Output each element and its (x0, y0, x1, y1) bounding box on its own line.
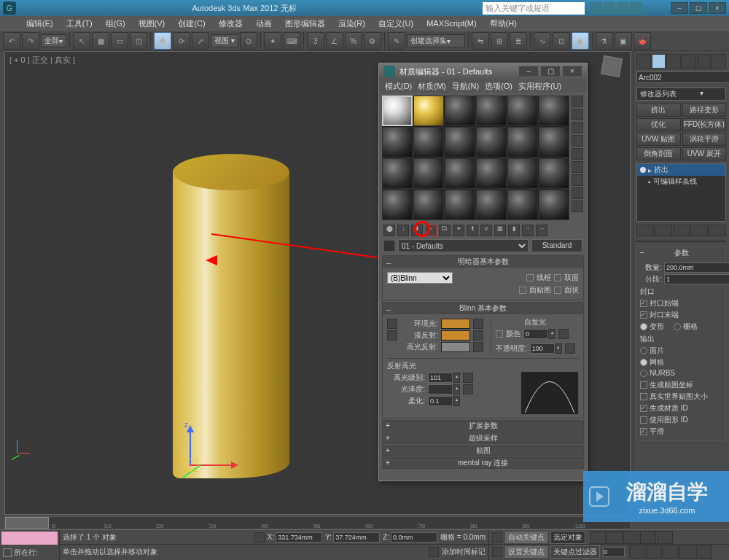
specular-map-button[interactable] (473, 342, 483, 352)
patch-radio[interactable] (640, 347, 647, 354)
select-icon[interactable]: ↖ (73, 32, 90, 50)
spec-level-spinner[interactable]: ▴ (428, 373, 460, 383)
ref-coord-dropdown[interactable]: 视图 ▾ (211, 34, 238, 47)
maximize-button[interactable]: ▢ (690, 2, 707, 14)
sample-type-icon[interactable] (572, 96, 583, 107)
manipulate-icon[interactable]: ✦ (264, 32, 281, 50)
search-input[interactable]: 输入关键字或短语 (483, 2, 585, 15)
sample-slot-2[interactable] (413, 96, 444, 126)
named-selection-icon[interactable]: ✎ (388, 32, 405, 50)
selfillum-spinner[interactable]: ▴ (523, 329, 555, 339)
menu-maxscript[interactable]: MAXScript(M) (422, 18, 480, 29)
sample-slot-4[interactable] (476, 96, 507, 126)
time-slider-handle[interactable] (5, 517, 49, 529)
key-filter-button[interactable]: 关键点过滤器 (550, 545, 600, 559)
background-icon[interactable] (572, 122, 583, 133)
render-frame-icon[interactable]: ▣ (615, 32, 632, 50)
z-coord-input[interactable] (391, 532, 437, 542)
selfillum-color-checkbox[interactable] (496, 330, 503, 338)
sample-slot-16[interactable] (476, 158, 507, 189)
go-forward-icon[interactable]: → (536, 225, 547, 236)
facemap-checkbox[interactable] (519, 287, 526, 294)
backlight-icon[interactable] (572, 109, 583, 120)
cap-end-checkbox[interactable] (640, 311, 647, 319)
supersampling-rollout[interactable]: +超级采样 (382, 432, 584, 444)
selection-lock-icon[interactable] (254, 532, 265, 542)
make-unique-icon[interactable] (673, 225, 690, 236)
sample-slot-17[interactable] (507, 158, 538, 189)
sample-slot-14[interactable] (413, 158, 444, 189)
snap-icon[interactable]: 3 (307, 32, 324, 50)
remove-modifier-icon[interactable] (690, 225, 708, 236)
signin-icon[interactable] (630, 2, 642, 14)
maxscript-listener-icon[interactable] (3, 548, 12, 557)
me-menu-mode[interactable]: 模式(D) (385, 81, 412, 92)
use-shape-id-checkbox[interactable] (640, 416, 647, 424)
selection-set-dropdown[interactable]: 创建选择集 ▾ (407, 34, 465, 47)
nurbs-radio[interactable] (640, 370, 647, 377)
maps-rollout[interactable]: +贴图 (382, 445, 584, 456)
sample-slot-20[interactable] (413, 190, 444, 220)
ffd-button[interactable]: FFD(长方体) (682, 118, 727, 131)
viewport-zoom-icon[interactable] (646, 545, 662, 559)
motion-tab-icon[interactable] (682, 54, 696, 69)
show-map-icon[interactable]: ▦ (494, 225, 506, 236)
angle-snap-icon[interactable]: ∠ (326, 32, 343, 50)
transform-gizmo[interactable]: zy (164, 429, 222, 488)
segs-input[interactable] (664, 274, 729, 284)
morph-radio[interactable] (640, 323, 647, 330)
pin-stack-icon[interactable] (636, 225, 654, 236)
specular-swatch[interactable] (441, 342, 470, 352)
spinner-snap-icon[interactable]: ⚙ (364, 32, 381, 50)
pivot-icon[interactable]: ⊙ (240, 32, 257, 50)
go-parent-icon[interactable]: ↑ (522, 225, 534, 236)
create-tab-icon[interactable] (636, 54, 651, 69)
menu-animation[interactable]: 动画 (252, 17, 276, 31)
blinn-rollout-header[interactable]: –Blinn 基本参数 (383, 303, 583, 314)
ambient-map-button[interactable] (473, 319, 483, 329)
sample-slot-18[interactable] (539, 158, 569, 189)
gen-map-checkbox[interactable] (640, 381, 647, 389)
diffuse-map-button[interactable] (473, 330, 483, 341)
soften-spinner[interactable]: ▴ (428, 396, 460, 406)
isolate-icon[interactable] (429, 547, 439, 557)
real-world-checkbox[interactable] (640, 393, 647, 400)
undo-icon[interactable]: ↶ (3, 32, 20, 50)
render-icon[interactable]: 🫖 (634, 32, 651, 50)
path-deform-button[interactable]: 路径变形 (682, 104, 727, 117)
sample-slot-15[interactable] (445, 158, 475, 189)
layer-icon[interactable]: ≣ (510, 32, 527, 50)
time-slider[interactable]: 0 10 20 30 40 50 60 70 80 90 100 (4, 516, 631, 529)
parameters-header[interactable]: –参数 (637, 247, 725, 259)
menu-create[interactable]: 创建(C) (174, 17, 209, 31)
show-end-icon[interactable]: ▮ (508, 225, 520, 236)
grid-radio[interactable] (674, 323, 681, 330)
configure-sets-icon[interactable] (709, 225, 726, 236)
show-end-icon[interactable] (655, 225, 672, 236)
help-icon[interactable] (590, 2, 602, 14)
extrude-button[interactable]: 挤出 (636, 104, 681, 117)
viewport-label[interactable]: [ + 0 ] 正交 | 真实 ] (9, 55, 75, 66)
menu-render[interactable]: 渲染(R) (334, 17, 370, 31)
options-icon[interactable] (572, 174, 583, 186)
shader-dropdown[interactable]: (B)Blinn (387, 272, 453, 284)
set-key-icon[interactable] (492, 547, 502, 557)
spec-level-map-button[interactable] (463, 373, 473, 383)
sample-slot-24[interactable] (539, 190, 569, 220)
material-editor-icon[interactable]: ◉ (572, 32, 589, 50)
sample-slot-19[interactable] (382, 190, 413, 220)
pick-material-icon[interactable] (383, 240, 395, 252)
me-menu-options[interactable]: 选项(O) (485, 81, 512, 92)
gloss-spinner[interactable]: ▴ (428, 384, 460, 394)
viewport-orbit-icon[interactable] (679, 545, 695, 559)
sample-slot-10[interactable] (476, 127, 507, 158)
menu-edit[interactable]: 编辑(E) (22, 17, 58, 31)
viewcube[interactable] (602, 57, 625, 80)
me-menu-nav[interactable]: 导航(N) (452, 81, 479, 92)
menu-tools[interactable]: 工具(T) (62, 17, 97, 31)
menu-group[interactable]: 组(G) (101, 17, 130, 31)
next-frame-icon[interactable] (640, 531, 656, 544)
video-color-icon[interactable] (572, 148, 583, 160)
cap-start-checkbox[interactable] (640, 300, 647, 307)
selection-scope-dropdown[interactable]: 全部 ▾ (41, 34, 66, 47)
